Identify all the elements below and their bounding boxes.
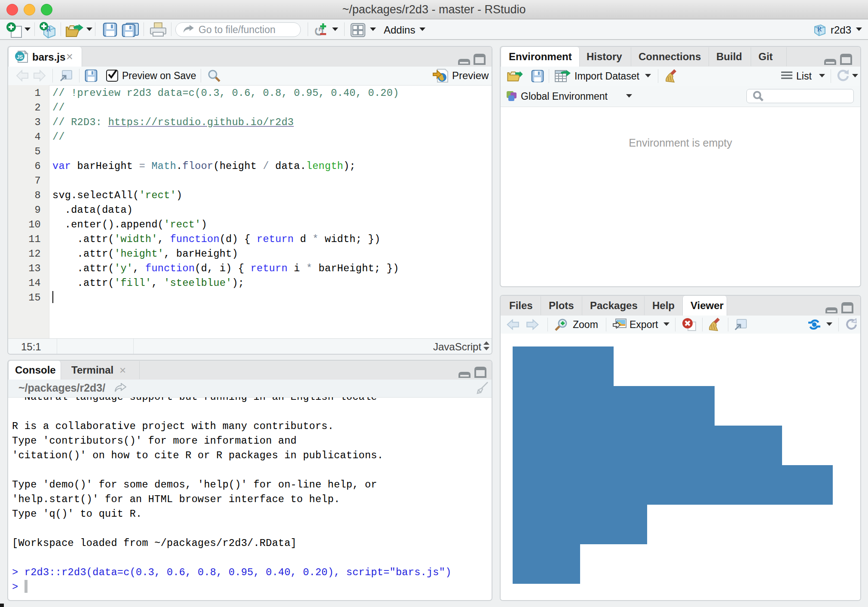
svg-text:JS: JS	[17, 54, 23, 60]
svg-text:R: R	[817, 25, 822, 33]
